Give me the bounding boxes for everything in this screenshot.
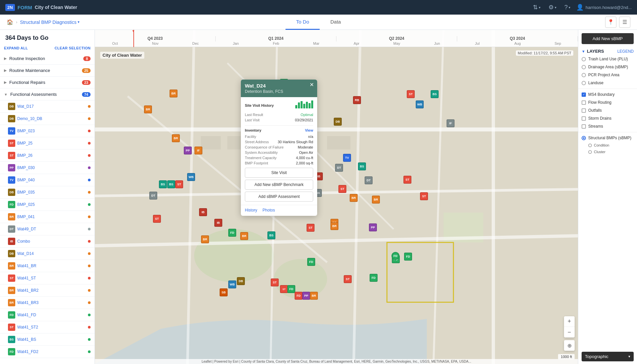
popup-photos-link[interactable]: Photos: [262, 208, 275, 212]
category-functional-assessments[interactable]: ▼ Functional Assessments 74: [0, 89, 95, 100]
list-item[interactable]: DB Wat_D14: [0, 248, 95, 260]
map-pin-ib-lowleft[interactable]: IB: [214, 219, 222, 227]
menu-btn[interactable]: ☰: [619, 17, 630, 28]
zoom-in-btn[interactable]: +: [564, 316, 575, 327]
map-pin-cluster5[interactable]: PP: [302, 292, 310, 300]
map-pin-ib-lower[interactable]: IB: [199, 208, 207, 216]
map-pin-st-bottom[interactable]: ST: [344, 275, 352, 283]
map-pin-dt-center[interactable]: DT: [365, 176, 373, 184]
map-pin-fd-corner[interactable]: FD: [391, 252, 399, 260]
list-item[interactable]: DT Wat49_DT: [0, 223, 95, 235]
tab-data[interactable]: Data: [320, 15, 352, 30]
list-item[interactable]: ST Wat41_ST2: [0, 321, 95, 334]
list-item[interactable]: FD BMP_025: [0, 199, 95, 211]
locate-btn[interactable]: ⊕: [564, 340, 575, 351]
map-pin-cluster4[interactable]: FD: [295, 292, 303, 300]
list-item[interactable]: PP BMP_030: [0, 162, 95, 174]
map-pin-st2[interactable]: BS: [431, 90, 439, 98]
popup-add-assessment-btn[interactable]: Add sBMP Assessment: [245, 192, 313, 202]
map-pin-wb[interactable]: WB: [416, 100, 424, 108]
category-routine-maintenance[interactable]: ▶ Routine Maintenance 25: [0, 65, 95, 77]
map-pin-pp1[interactable]: PP: [184, 147, 192, 154]
map-pin-bs2[interactable]: BS: [167, 180, 175, 188]
list-item[interactable]: ST BMP_25: [0, 137, 95, 150]
map-pin-bs1[interactable]: BS: [159, 180, 167, 188]
list-item[interactable]: DB Demo_10_DB: [0, 113, 95, 125]
map-pin-cluster2[interactable]: ST: [280, 285, 288, 293]
map-pin-db-bottom[interactable]: DB: [237, 277, 245, 285]
list-item[interactable]: BS Wat41_BS: [0, 334, 95, 346]
map-pin-fd-farright[interactable]: FD: [404, 253, 412, 261]
map-pin-br-topleft[interactable]: BR: [144, 105, 152, 113]
layer-flow-routing[interactable]: Flow Routing: [578, 98, 637, 106]
list-item[interactable]: BR Wat41_BR2: [0, 284, 95, 297]
layer-streams[interactable]: Streams: [578, 122, 637, 130]
popup-site-visit-btn[interactable]: Site Visit: [245, 168, 313, 178]
map-pin-if[interactable]: IF: [447, 119, 455, 127]
list-item[interactable]: DB BMP_035: [0, 186, 95, 199]
category-functional-repairs[interactable]: ▶ Functional Repairs 23: [0, 77, 95, 89]
map-pin-br-farright[interactable]: BR: [372, 196, 380, 204]
map-pin-dt2[interactable]: DT: [335, 164, 343, 172]
map-pin-cluster1[interactable]: ST: [271, 278, 279, 286]
layer-structural-bmps[interactable]: Structural BMPs (sBMP): [578, 134, 637, 142]
layer-storm-drains[interactable]: Storm Drains: [578, 114, 637, 122]
layer-pcr-project[interactable]: PCR Project Area: [578, 71, 637, 79]
layer-outfalls[interactable]: Outfalls: [578, 106, 637, 114]
map-pin-br-low2[interactable]: BR: [201, 235, 209, 243]
layer-trash-land-use[interactable]: Trash Land Use (PLU): [578, 55, 637, 63]
map-pin-st-top[interactable]: ST: [407, 90, 415, 98]
list-item[interactable]: DB Wat_D17: [0, 100, 95, 113]
breadcrumb-current[interactable]: Structural BMP Diagnostics ▾: [20, 20, 80, 25]
list-item[interactable]: FD Wat41_FD: [0, 309, 95, 321]
map-pin-if2[interactable]: IF: [194, 147, 202, 154]
transfer-btn[interactable]: ⇅ ▾: [531, 2, 542, 12]
list-item[interactable]: IB Combo: [0, 235, 95, 248]
settings-btn[interactable]: ⚙ ▾: [546, 2, 558, 12]
map-pin-br-cluster[interactable]: BR: [172, 134, 180, 142]
list-item[interactable]: TV BMP_023: [0, 125, 95, 137]
user-area[interactable]: 👤 harrison.howard@2nd...: [576, 4, 632, 11]
layer-drainage-area[interactable]: Drainage Area (sBMP): [578, 63, 637, 71]
map-pin-sb-bottom[interactable]: SB: [220, 288, 228, 296]
map-pin-db1[interactable]: DB: [334, 118, 342, 126]
list-item[interactable]: ST Wat41_ST: [0, 272, 95, 284]
map-pin-bs-right[interactable]: BS: [358, 162, 366, 170]
category-routine-inspection[interactable]: ▶ Routine Inspection 8: [0, 53, 95, 65]
expand-all-btn[interactable]: EXPAND ALL: [4, 46, 28, 50]
map-pin-rb[interactable]: RB: [353, 96, 361, 104]
layer-condition[interactable]: Condition: [578, 142, 637, 149]
map-pin-fd-bottom2[interactable]: FD: [370, 274, 378, 282]
layer-cluster[interactable]: Cluster: [578, 149, 637, 155]
popup-history-link[interactable]: History: [245, 208, 257, 212]
add-new-sbmp-btn[interactable]: Add New sBMP: [582, 33, 634, 44]
map-pin-dt1[interactable]: DT: [149, 192, 157, 200]
tab-todo[interactable]: To Do: [286, 15, 320, 30]
map-pin-fd-bottom[interactable]: FD: [307, 258, 315, 266]
layer-ms4-boundary[interactable]: MS4 Boundary: [578, 91, 637, 98]
map-pin-st-farright2[interactable]: ST: [420, 192, 428, 200]
popup-close-btn[interactable]: ✕: [310, 82, 314, 88]
list-item[interactable]: TV BMP_040: [0, 174, 95, 186]
map-pin-st-left[interactable]: ST: [153, 215, 161, 223]
map-area[interactable]: Q4 2023 Q1 2024 Q2 2024 Q3 2024 Oct Nov …: [95, 30, 578, 364]
map-pin-br-low[interactable]: BR: [240, 232, 248, 240]
legend-link[interactable]: LEGEND: [617, 49, 634, 54]
home-icon[interactable]: 🏠: [7, 19, 13, 25]
map-pin-btn[interactable]: 📍: [605, 17, 616, 28]
zoom-out-btn[interactable]: −: [564, 327, 575, 337]
map-pin-bs-low[interactable]: BS: [267, 231, 275, 239]
map-pin-wb-bottom[interactable]: WB: [228, 280, 236, 288]
map-pin-br-lowerright[interactable]: BR: [330, 222, 338, 230]
popup-add-benchmark-btn[interactable]: Add New sBMP Benchmark: [245, 180, 313, 190]
basemap-selector[interactable]: Topographic ▾: [582, 352, 634, 361]
map-pin-br1[interactable]: BR: [170, 90, 177, 97]
list-item[interactable]: FD Wat41_FD2: [0, 346, 95, 358]
map-pin-st-farright[interactable]: ST: [403, 176, 411, 184]
layer-landuse[interactable]: Landuse: [578, 79, 637, 87]
map-pin-fd-center[interactable]: FD: [228, 229, 236, 237]
map-pin-cluster3[interactable]: FD: [287, 285, 295, 293]
help-btn[interactable]: ? ▾: [562, 3, 572, 12]
map-pin-pp-right[interactable]: PP: [369, 223, 377, 231]
popup-view-link[interactable]: View: [305, 128, 313, 132]
